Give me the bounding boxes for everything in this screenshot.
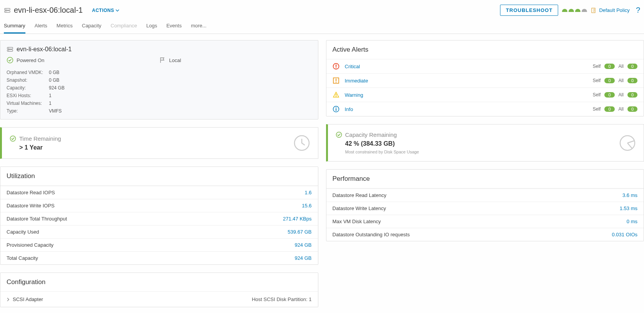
check-icon (10, 135, 16, 142)
alert-all-count: 0 (627, 64, 637, 69)
performance-card: Performance Datastore Read Latency3.6 ms… (326, 169, 644, 241)
alert-link[interactable]: Warning (345, 92, 363, 98)
util-row: Datastore Read IOPS1.6 (0, 186, 318, 199)
info-icon (333, 106, 340, 113)
alert-self-count: 0 (604, 78, 614, 83)
util-value[interactable]: 539.67 GB (288, 229, 311, 235)
util-value[interactable]: 271.47 KBps (283, 216, 311, 222)
capacity-remaining-card: Capacity Remaining 42 % (384.33 GB) Most… (326, 124, 644, 162)
configuration-title: Configuration (0, 273, 318, 291)
perf-row: Datastore Write Latency1.53 ms (326, 202, 644, 215)
object-properties: Orphaned VMDK:0 GB Snapshot:0 GB Capacit… (7, 70, 312, 114)
util-row: Total Capacity924 GB (0, 251, 318, 264)
check-icon (336, 131, 342, 138)
tab-more[interactable]: more... (191, 23, 206, 34)
datastore-icon (7, 46, 13, 53)
svg-point-2 (6, 8, 7, 9)
chevron-down-icon (115, 9, 119, 12)
power-status: Powered On (17, 57, 44, 63)
capacity-icon (619, 135, 636, 151)
capacity-remaining-sub: Most constrained by Disk Space Usage (345, 150, 419, 154)
svg-rect-1 (5, 10, 10, 12)
tab-bar: Summary Alerts Metrics Capacity Complian… (0, 18, 644, 34)
utilization-title: Utilization (0, 167, 318, 186)
alerts-title: Active Alerts (326, 40, 644, 59)
time-remaining-title: Time Remaining (19, 135, 61, 142)
utilization-card: Utilization Datastore Read IOPS1.6 Datas… (0, 167, 318, 265)
svg-point-8 (8, 50, 9, 51)
svg-point-9 (7, 57, 13, 63)
object-card: evn-li-esx-06:local-1 Powered On Local (0, 40, 318, 119)
svg-point-7 (8, 48, 9, 49)
alert-link[interactable]: Critical (345, 64, 360, 69)
tab-compliance: Compliance (110, 23, 137, 34)
util-row: Datastore Write IOPS15.6 (0, 199, 318, 212)
util-value[interactable]: 924 GB (294, 255, 311, 261)
alert-row-info: Info Self0All0 (326, 102, 644, 116)
warning-icon (333, 91, 340, 98)
clock-icon (293, 135, 310, 151)
config-right-value: Host SCSI Disk Partition: 1 (252, 296, 311, 302)
datastore-icon (4, 7, 11, 14)
help-icon[interactable]: ? (636, 6, 640, 15)
tab-events[interactable]: Events (166, 23, 182, 34)
util-value[interactable]: 1.6 (304, 190, 311, 195)
policy-link[interactable]: Default Policy (591, 7, 629, 13)
svg-point-10 (10, 136, 16, 141)
troubleshoot-button[interactable]: TROUBLESHOOT (500, 5, 558, 16)
badge-green-3 (575, 9, 580, 12)
svg-rect-0 (5, 8, 10, 10)
tab-logs[interactable]: Logs (146, 23, 157, 34)
util-value[interactable]: 15.6 (302, 203, 311, 209)
badge-green-2 (569, 9, 574, 12)
alert-all-count: 0 (627, 106, 637, 112)
svg-point-15 (336, 132, 341, 138)
alert-all-count: 0 (627, 92, 637, 98)
perf-value[interactable]: 0 ms (627, 219, 637, 224)
critical-icon (333, 63, 340, 70)
svg-rect-5 (7, 47, 13, 49)
alert-self-count: 0 (604, 92, 614, 98)
perf-row: Max VM Disk Latency0 ms (326, 215, 644, 228)
chevron-right-icon (7, 298, 10, 301)
util-row: Datastore Total Throughput271.47 KBps (0, 212, 318, 225)
time-remaining-card: Time Remaining > 1 Year (0, 127, 318, 159)
capacity-remaining-title: Capacity Remaining (345, 131, 397, 138)
tab-capacity[interactable]: Capacity (82, 23, 102, 34)
alert-row-warning: Warning Self0All0 (326, 88, 644, 102)
immediate-icon (333, 77, 340, 84)
status-badges (562, 9, 587, 12)
alert-row-critical: Critical Self0All0 (326, 59, 644, 74)
util-value[interactable]: 924 GB (294, 242, 311, 248)
perf-row: Datastore Outstanding IO requests0.031 O… (326, 228, 644, 241)
alert-link[interactable]: Immediate (345, 78, 368, 84)
actions-dropdown[interactable]: ACTIONS (92, 8, 120, 13)
badge-green-1 (562, 9, 567, 12)
perf-value[interactable]: 1.53 ms (620, 205, 637, 211)
check-icon (7, 57, 13, 64)
policy-icon (591, 7, 597, 13)
badge-grey (582, 9, 587, 12)
locality-status: Local (169, 57, 181, 63)
page-header: evn-li-esx-06:local-1 ACTIONS TROUBLESHO… (0, 0, 644, 16)
performance-title: Performance (326, 170, 644, 188)
perf-row: Datastore Read Latency3.6 ms (326, 188, 644, 202)
alert-self-count: 0 (604, 106, 614, 112)
tab-metrics[interactable]: Metrics (57, 23, 73, 34)
flag-icon (159, 57, 166, 64)
tab-summary[interactable]: Summary (4, 23, 25, 34)
tab-alerts[interactable]: Alerts (35, 23, 47, 34)
svg-rect-6 (7, 50, 13, 52)
perf-value[interactable]: 0.031 OIOs (612, 232, 637, 237)
svg-point-3 (6, 11, 7, 12)
config-scsi-row[interactable]: SCSI Adapter Host SCSI Disk Partition: 1 (0, 291, 318, 307)
alert-link[interactable]: Info (345, 106, 353, 112)
object-name: evn-li-esx-06:local-1 (17, 46, 72, 53)
alert-self-count: 0 (604, 64, 614, 69)
active-alerts-card: Active Alerts Critical Self0All0 Immedia… (326, 40, 644, 116)
perf-value[interactable]: 3.6 ms (622, 192, 637, 198)
util-row: Capacity Used539.67 GB (0, 225, 318, 238)
alert-row-immediate: Immediate Self0All0 (326, 74, 644, 88)
time-remaining-value: > 1 Year (19, 144, 61, 151)
page-title: evn-li-esx-06:local-1 (14, 6, 83, 15)
